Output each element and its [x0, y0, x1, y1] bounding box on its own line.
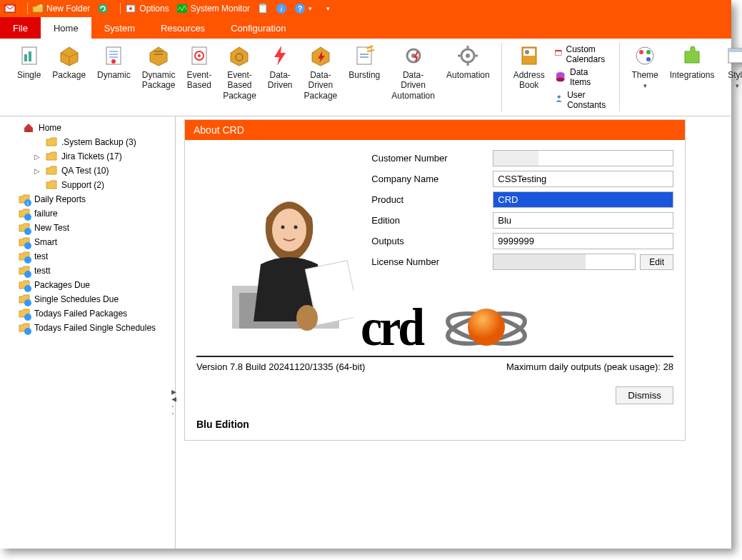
- about-dialog: About CRD: [184, 119, 686, 441]
- ribbon: Single Package Dynamic Dynamic Package E…: [0, 39, 731, 116]
- data-items-button[interactable]: Data Items: [555, 67, 610, 87]
- company-name-field[interactable]: [493, 171, 673, 187]
- dismiss-button[interactable]: Dismiss: [616, 386, 673, 404]
- svg-text:?: ?: [298, 5, 302, 13]
- tree-failed-packages[interactable]: Todays Failed Packages: [3, 306, 172, 321]
- qat-overflow[interactable]: ▾: [326, 5, 330, 12]
- tree-testt[interactable]: testt: [3, 264, 172, 278]
- custom-calendars-label: Custom Calendars: [566, 44, 610, 64]
- edition-field[interactable]: [493, 212, 673, 229]
- tab-system[interactable]: System: [91, 17, 148, 39]
- system-monitor-button[interactable]: System Monitor: [176, 3, 250, 14]
- package-button[interactable]: Package: [46, 43, 91, 81]
- calendar-icon: [555, 49, 562, 56]
- svg-point-60: [296, 305, 318, 331]
- splitter-grip[interactable]: ▸◂··: [171, 388, 176, 416]
- tab-resources[interactable]: Resources: [148, 17, 218, 39]
- data-driven-button[interactable]: Data-Driven: [262, 43, 299, 92]
- dynamic-package-button[interactable]: Dynamic Package: [136, 43, 181, 92]
- gear-icon: [456, 44, 479, 67]
- package-label: Package: [52, 70, 86, 80]
- svg-point-44: [24, 214, 31, 221]
- product-field[interactable]: [493, 191, 673, 208]
- tree-test[interactable]: test: [3, 249, 172, 264]
- company-name-label: Company Name: [371, 174, 493, 184]
- svg-point-19: [198, 54, 201, 57]
- tree-failed-single-label: Todays Failed Single Schedules: [34, 323, 156, 333]
- outputs-field[interactable]: [493, 233, 673, 249]
- refresh-button[interactable]: [97, 3, 109, 14]
- event-based-package-button[interactable]: Event-Based Package: [217, 43, 262, 102]
- svg-point-45: [24, 228, 31, 235]
- paste-button[interactable]: [257, 3, 269, 14]
- tree-support[interactable]: Support (2): [3, 178, 172, 192]
- license-number-field[interactable]: [493, 254, 636, 270]
- integrations-button[interactable]: Integrations: [664, 43, 721, 81]
- svg-point-51: [24, 314, 31, 321]
- custom-calendars-button[interactable]: Custom Calendars: [555, 44, 610, 64]
- user-constants-button[interactable]: User Constants: [555, 90, 610, 110]
- info-button[interactable]: i: [276, 3, 287, 14]
- help-button[interactable]: ? ▾: [294, 3, 312, 14]
- window-icon: [726, 44, 742, 67]
- svg-point-35: [636, 47, 653, 64]
- about-title: About CRD: [185, 120, 685, 140]
- bursting-label: Bursting: [349, 70, 380, 80]
- bursting-button[interactable]: Bursting: [343, 43, 386, 81]
- svg-point-38: [646, 57, 651, 61]
- info-badge-icon: i: [24, 199, 31, 206]
- style-button[interactable]: Style▾: [720, 43, 742, 92]
- brand-text: crd: [361, 296, 422, 359]
- folder-icon: [46, 151, 57, 162]
- single-button[interactable]: Single: [11, 43, 46, 81]
- event-based-button[interactable]: Event-Based: [181, 43, 217, 92]
- event-based-package-label: Event-Based Package: [223, 70, 256, 101]
- address-book-button[interactable]: Address Book: [508, 43, 551, 92]
- svg-text:i: i: [281, 4, 283, 13]
- tree-qa[interactable]: ▷QA Test (10): [3, 164, 172, 178]
- data-driven-automation-button[interactable]: Data-Driven Automation: [386, 43, 441, 102]
- data-driven-package-button[interactable]: Data-Driven Package: [299, 43, 344, 102]
- quick-access-toolbar: New Folder Options System Monitor i ? ▾ …: [0, 0, 731, 17]
- tree-daily[interactable]: iDaily Reports: [3, 192, 172, 206]
- event-package-icon: [228, 44, 251, 67]
- clipboard-icon: [257, 3, 269, 14]
- outputs-label: Outputs: [371, 236, 493, 246]
- tree-failure[interactable]: failure: [3, 206, 172, 221]
- tree-jira[interactable]: ▷Jira Tickets (17): [3, 149, 172, 164]
- tree-testt-label: testt: [34, 266, 51, 276]
- edit-button[interactable]: Edit: [640, 254, 673, 270]
- folder-sparkle-icon: [32, 3, 44, 14]
- tree-failed-single[interactable]: Todays Failed Single Schedules: [3, 321, 172, 335]
- tree-jira-label: Jira Tickets (17): [61, 151, 122, 161]
- svg-point-37: [646, 50, 651, 54]
- dynamic-button[interactable]: Dynamic: [91, 43, 136, 81]
- options-button[interactable]: Options: [125, 3, 169, 14]
- theme-button[interactable]: Theme▾: [626, 43, 663, 92]
- tree-packages-due[interactable]: Packages Due: [3, 278, 172, 292]
- style-label: Style: [728, 70, 742, 80]
- svg-point-48: [24, 271, 31, 278]
- tree-newtest[interactable]: New Test: [3, 221, 172, 235]
- tab-file[interactable]: File: [0, 17, 41, 39]
- customer-number-field[interactable]: [493, 150, 673, 166]
- svg-rect-7: [261, 4, 265, 6]
- options-icon: [125, 3, 136, 14]
- tree-home[interactable]: Home: [3, 121, 172, 135]
- license-number-label: License Number: [371, 256, 493, 267]
- package-icon: [58, 44, 81, 67]
- tab-home[interactable]: Home: [41, 17, 91, 39]
- svg-rect-14: [29, 51, 31, 61]
- tree-system-backup[interactable]: .System Backup (3): [3, 135, 172, 149]
- new-folder-button[interactable]: New Folder: [32, 3, 90, 14]
- tab-configuration[interactable]: Configuration: [218, 17, 299, 39]
- automation-button[interactable]: Automation: [441, 43, 496, 81]
- tree-support-label: Support (2): [61, 180, 104, 190]
- info-badge-icon: [24, 214, 31, 221]
- bursting-icon: [353, 44, 376, 67]
- tree-single-due[interactable]: Single Schedules Due: [3, 292, 172, 306]
- tree-smart[interactable]: Smart: [3, 235, 172, 249]
- puzzle-icon: [681, 44, 703, 67]
- help-icon: ?: [294, 3, 306, 14]
- envelope-icon: [4, 3, 16, 14]
